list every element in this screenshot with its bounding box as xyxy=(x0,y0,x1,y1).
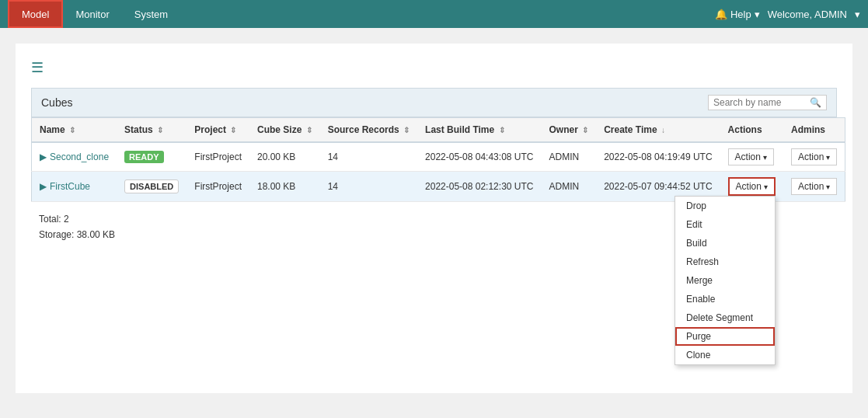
cell-project-1: FirstProject xyxy=(186,142,249,172)
sort-icon-cube-size: ⇕ xyxy=(306,126,312,134)
cell-create-time-1: 2022-05-08 04:19:49 UTC xyxy=(596,142,720,172)
admin-action-label-2: Action xyxy=(798,181,824,192)
action-label-1: Action xyxy=(735,152,761,162)
col-project[interactable]: Project ⇕ xyxy=(186,118,249,143)
action-caret-1: ▾ xyxy=(763,153,767,162)
action-button-2[interactable]: Action ▾ xyxy=(728,177,776,196)
menu-item-drop[interactable]: Drop xyxy=(675,197,775,215)
cell-owner-1: ADMIN xyxy=(541,142,596,172)
sort-icon-create-time: ↓ xyxy=(661,126,665,134)
help-caret-icon: ▾ xyxy=(755,9,760,20)
sort-icon-name: ⇕ xyxy=(69,126,75,134)
admin-action-button-1[interactable]: Action ▾ xyxy=(791,148,837,165)
help-button[interactable]: 🔔 Help ▾ xyxy=(715,9,760,20)
col-status[interactable]: Status ⇕ xyxy=(117,118,186,143)
cell-admins-1: Action ▾ xyxy=(783,142,845,172)
section-header: Cubes 🔍 xyxy=(31,88,837,117)
main-content: ☰ Cubes 🔍 Name ⇕ Status ⇕ Project ⇕ Cube… xyxy=(16,44,852,393)
search-icon: 🔍 xyxy=(810,97,821,108)
col-source-records[interactable]: Source Records ⇕ xyxy=(320,118,417,143)
section-title: Cubes xyxy=(41,96,72,109)
sort-icon-last-build: ⇕ xyxy=(499,126,505,134)
table-row: ▶ FirstCube DISABLED FirstProject 18.00 … xyxy=(32,172,845,202)
col-owner[interactable]: Owner ⇕ xyxy=(541,118,596,143)
cell-source-records-1: 14 xyxy=(320,142,417,172)
cube-link-1[interactable]: ▶ Second_clone xyxy=(40,152,109,162)
cell-name-2: ▶ FirstCube xyxy=(32,172,117,202)
action-dropdown-menu-2: Drop Edit Build Refresh Merge Enable Del… xyxy=(675,196,776,365)
menu-item-merge[interactable]: Merge xyxy=(675,271,775,290)
action-dropdown-1: Action ▾ xyxy=(728,148,774,165)
menu-item-purge[interactable]: Purge xyxy=(675,327,775,346)
nav-item-monitor[interactable]: Monitor xyxy=(63,0,121,28)
col-last-build-time[interactable]: Last Build Time ⇕ xyxy=(417,118,541,143)
col-name[interactable]: Name ⇕ xyxy=(32,118,117,143)
table-header-row: Name ⇕ Status ⇕ Project ⇕ Cube Size ⇕ So… xyxy=(32,118,845,143)
nav-left: Model Monitor System xyxy=(8,0,180,28)
cube-link-2[interactable]: ▶ FirstCube xyxy=(40,181,109,192)
cell-name-1: ▶ Second_clone xyxy=(32,142,117,172)
menu-item-edit[interactable]: Edit xyxy=(675,215,775,234)
action-dropdown-2: Action ▾ Drop Edit Build Refresh Merge E… xyxy=(728,177,776,196)
admin-action-button-2[interactable]: Action ▾ xyxy=(791,178,837,195)
cell-status-1: READY xyxy=(117,142,186,172)
search-input[interactable] xyxy=(713,97,807,108)
col-cube-size[interactable]: Cube Size ⇕ xyxy=(249,118,320,143)
cell-actions-1: Action ▾ xyxy=(720,142,783,172)
cube-icon-1: ▶ xyxy=(40,152,47,162)
cube-icon-2: ▶ xyxy=(40,181,47,192)
hamburger-button[interactable]: ☰ xyxy=(31,59,837,76)
sort-icon-status: ⇕ xyxy=(157,126,163,134)
cell-source-records-2: 14 xyxy=(320,172,417,202)
cell-admins-2: Action ▾ xyxy=(783,172,845,202)
cell-cube-size-1: 20.00 KB xyxy=(249,142,320,172)
admin-caret-2: ▾ xyxy=(826,183,830,191)
admin-action-label-1: Action xyxy=(798,152,824,162)
menu-item-enable[interactable]: Enable xyxy=(675,290,775,308)
search-box[interactable]: 🔍 xyxy=(708,95,827,110)
sort-icon-project: ⇕ xyxy=(230,126,236,134)
help-icon: 🔔 xyxy=(715,9,727,20)
cube-name-2: FirstCube xyxy=(50,181,90,192)
admin-caret-1: ▾ xyxy=(826,153,830,162)
menu-item-refresh[interactable]: Refresh xyxy=(675,253,775,271)
menu-item-delete-segment[interactable]: Delete Segment xyxy=(675,308,775,327)
nav-item-model[interactable]: Model xyxy=(8,0,63,28)
cell-actions-2 actions-col: Action ▾ Drop Edit Build Refresh Merge E… xyxy=(720,172,783,202)
menu-item-build[interactable]: Build xyxy=(675,234,775,253)
action-label-2: Action xyxy=(736,181,762,192)
user-caret-icon: ▾ xyxy=(855,9,860,20)
col-admins: Admins xyxy=(783,118,845,143)
cell-owner-2: ADMIN xyxy=(541,172,596,202)
col-create-time[interactable]: Create Time ↓ xyxy=(596,118,720,143)
action-button-1[interactable]: Action ▾ xyxy=(728,148,774,165)
sort-icon-owner: ⇕ xyxy=(582,126,588,134)
cube-name-1: Second_clone xyxy=(50,152,109,162)
cell-last-build-1: 2022-05-08 04:43:08 UTC xyxy=(417,142,541,172)
sort-icon-source-records: ⇕ xyxy=(403,126,410,134)
action-caret-2: ▾ xyxy=(764,183,768,191)
nav-right: 🔔 Help ▾ Welcome, ADMIN ▾ xyxy=(715,9,860,20)
cubes-table: Name ⇕ Status ⇕ Project ⇕ Cube Size ⇕ So… xyxy=(31,117,845,202)
cell-cube-size-2: 18.00 KB xyxy=(249,172,320,202)
footer: CSDN @在森林中麋了鹿 xyxy=(0,409,868,418)
cell-last-build-2: 2022-05-08 02:12:30 UTC xyxy=(417,172,541,202)
status-badge-2: DISABLED xyxy=(124,179,179,193)
cell-project-2: FirstProject xyxy=(186,172,249,202)
nav-item-system[interactable]: System xyxy=(122,0,180,28)
cell-status-2: DISABLED xyxy=(117,172,186,202)
menu-item-clone[interactable]: Clone xyxy=(675,346,775,364)
col-actions: Actions xyxy=(720,118,783,143)
welcome-label: Welcome, ADMIN xyxy=(768,9,847,20)
table-row: ▶ Second_clone READY FirstProject 20.00 … xyxy=(32,142,845,172)
top-navigation: Model Monitor System 🔔 Help ▾ Welcome, A… xyxy=(0,0,868,28)
help-label: Help xyxy=(730,9,751,20)
status-badge-1: READY xyxy=(124,151,164,163)
